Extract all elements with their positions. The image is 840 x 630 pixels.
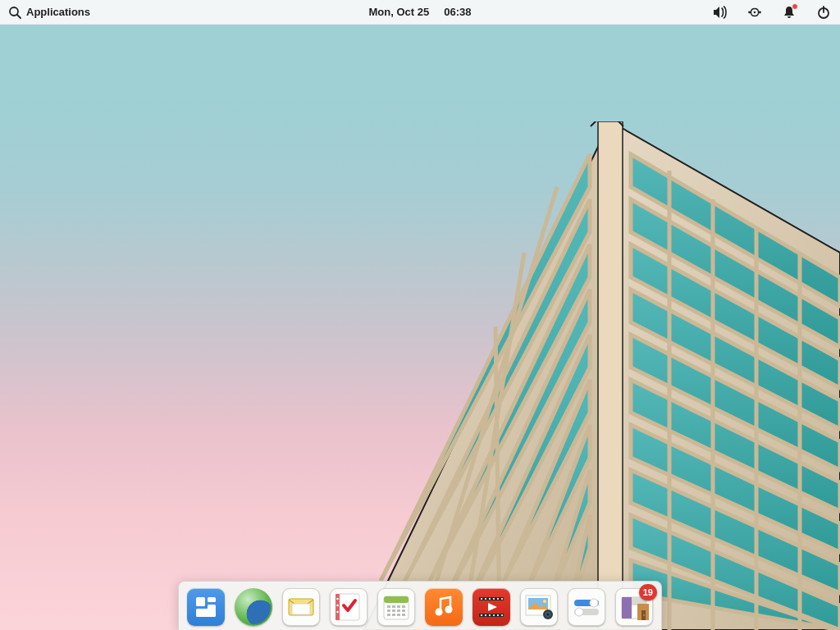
svg-rect-71 bbox=[497, 598, 499, 600]
svg-rect-54 bbox=[392, 609, 395, 612]
svg-rect-77 bbox=[497, 614, 499, 616]
system-tray bbox=[712, 4, 832, 21]
dock-item-mail[interactable] bbox=[282, 588, 320, 626]
svg-rect-53 bbox=[387, 609, 390, 612]
volume-indicator[interactable] bbox=[712, 4, 728, 21]
svg-rect-41 bbox=[292, 604, 310, 614]
svg-rect-75 bbox=[489, 614, 491, 616]
dock-item-workspaces[interactable] bbox=[187, 588, 225, 626]
photos-icon bbox=[524, 594, 554, 620]
panel-time: 06:38 bbox=[444, 6, 471, 18]
videos-icon bbox=[479, 597, 504, 617]
svg-point-45 bbox=[336, 604, 339, 606]
svg-rect-74 bbox=[485, 614, 486, 616]
search-icon bbox=[8, 6, 21, 19]
appcenter-badge: 19 bbox=[639, 584, 657, 600]
svg-rect-50 bbox=[392, 605, 395, 608]
dock-item-videos[interactable] bbox=[472, 588, 510, 626]
svg-rect-58 bbox=[392, 614, 395, 616]
svg-rect-55 bbox=[397, 609, 400, 612]
svg-rect-66 bbox=[479, 614, 504, 617]
svg-rect-65 bbox=[479, 597, 504, 600]
svg-point-46 bbox=[336, 610, 339, 613]
svg-rect-51 bbox=[397, 605, 400, 608]
svg-rect-59 bbox=[397, 614, 400, 616]
svg-rect-76 bbox=[493, 614, 495, 616]
svg-rect-73 bbox=[481, 614, 482, 616]
svg-point-44 bbox=[336, 597, 339, 600]
svg-rect-57 bbox=[387, 614, 390, 616]
svg-marker-79 bbox=[488, 603, 497, 611]
dock-item-tasks[interactable] bbox=[330, 588, 368, 626]
panel-date: Mon, Oct 25 bbox=[369, 6, 430, 18]
svg-point-32 bbox=[759, 11, 761, 13]
svg-point-86 bbox=[546, 613, 549, 615]
workspaces-icon bbox=[194, 595, 218, 619]
svg-rect-68 bbox=[485, 598, 486, 600]
dock-item-appcenter[interactable]: 19 bbox=[615, 588, 653, 626]
notifications-indicator[interactable] bbox=[781, 4, 797, 21]
dock-item-web[interactable] bbox=[235, 588, 272, 626]
svg-rect-48 bbox=[384, 596, 409, 603]
svg-point-31 bbox=[748, 11, 751, 13]
notification-badge-dot bbox=[792, 3, 798, 10]
svg-line-30 bbox=[17, 15, 21, 18]
svg-point-88 bbox=[590, 599, 598, 607]
applications-label: Applications bbox=[26, 6, 90, 18]
calendar-icon bbox=[382, 593, 410, 621]
svg-rect-67 bbox=[481, 598, 482, 600]
svg-rect-52 bbox=[402, 605, 405, 608]
mail-icon bbox=[287, 596, 315, 619]
svg-rect-37 bbox=[208, 597, 216, 602]
svg-point-83 bbox=[543, 600, 546, 603]
svg-rect-78 bbox=[501, 614, 503, 616]
volume-icon bbox=[712, 5, 728, 20]
network-indicator[interactable] bbox=[746, 4, 763, 21]
svg-rect-69 bbox=[489, 598, 491, 600]
dock-item-photos[interactable] bbox=[520, 588, 558, 626]
svg-point-62 bbox=[445, 605, 453, 613]
dock-item-calendar[interactable] bbox=[377, 588, 415, 626]
clock-area[interactable]: Mon, Oct 25 06:38 bbox=[369, 6, 472, 18]
svg-rect-36 bbox=[196, 597, 205, 606]
network-icon bbox=[746, 7, 763, 18]
top-panel: Applications Mon, Oct 25 06:38 bbox=[0, 0, 840, 25]
settings-toggle-icon bbox=[573, 597, 600, 617]
dock: 19 bbox=[178, 581, 662, 630]
svg-rect-39 bbox=[196, 609, 216, 617]
dock-item-settings[interactable] bbox=[568, 588, 605, 626]
session-indicator[interactable] bbox=[815, 4, 832, 21]
svg-rect-72 bbox=[501, 598, 503, 600]
svg-marker-2 bbox=[598, 121, 623, 630]
power-icon bbox=[816, 5, 831, 20]
svg-rect-60 bbox=[402, 614, 405, 616]
wallpaper-building-illustration bbox=[348, 121, 840, 630]
tasks-icon bbox=[336, 592, 362, 622]
svg-point-96 bbox=[643, 614, 645, 616]
svg-rect-56 bbox=[402, 609, 405, 612]
svg-point-90 bbox=[575, 608, 583, 616]
music-icon bbox=[432, 596, 455, 619]
applications-menu[interactable]: Applications bbox=[8, 6, 90, 19]
svg-rect-70 bbox=[493, 598, 495, 600]
svg-rect-92 bbox=[622, 597, 632, 619]
dock-item-music[interactable] bbox=[425, 588, 463, 626]
svg-point-33 bbox=[754, 11, 756, 13]
svg-rect-49 bbox=[387, 605, 390, 608]
